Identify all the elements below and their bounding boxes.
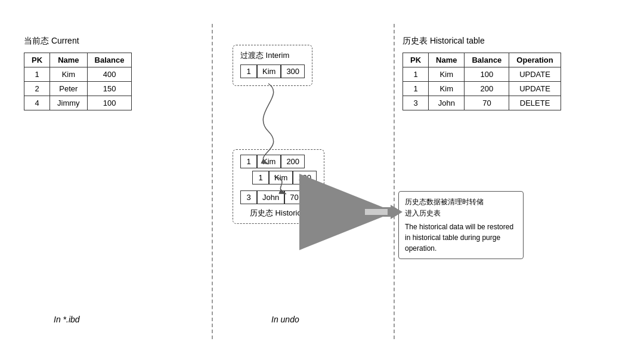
table-cell: 1	[403, 67, 429, 82]
note-chinese: 历史态数据被清理时转储进入历史表	[405, 196, 517, 219]
table-cell: 4	[24, 96, 50, 110]
table-row: 1Kim200UPDATE	[403, 82, 561, 96]
hist-col-pk: PK	[403, 53, 429, 67]
table-cell: Kim	[50, 67, 88, 82]
historical-undo-box: 1 Kim 200 1 Kim 100 3 John 70 历史态 Histor…	[233, 149, 324, 224]
table-cell: UPDATE	[509, 82, 561, 96]
table-cell: UPDATE	[509, 67, 561, 82]
table-row: 4Jimmy100	[24, 96, 132, 110]
undo-r1-name: Kim	[257, 155, 281, 168]
table-cell: Jimmy	[50, 96, 88, 110]
table-cell: 2	[24, 82, 50, 96]
interim-box: 过渡态 Interim 1 Kim 300	[233, 45, 312, 86]
table-cell: 1	[403, 82, 429, 96]
interim-container: 过渡态 Interim 1 Kim 300	[233, 45, 312, 90]
in-undo-label: In undo	[271, 315, 299, 324]
table-cell: Peter	[50, 82, 88, 96]
table-cell: 150	[87, 82, 132, 96]
undo-r1-pk: 1	[240, 155, 257, 168]
interim-title: 过渡态 Interim	[240, 50, 305, 61]
table-row: 1Kim100UPDATE	[403, 67, 561, 82]
col-pk: PK	[24, 53, 50, 67]
table-cell: 100	[465, 67, 509, 82]
col-balance: Balance	[87, 53, 132, 67]
undo-r2-balance: 100	[293, 171, 317, 184]
table-cell: 100	[87, 96, 132, 110]
interim-record: 1 Kim 300	[240, 64, 305, 78]
table-cell: 1	[24, 67, 50, 82]
interim-name: Kim	[257, 64, 281, 78]
undo-record-1: 1 Kim 200	[240, 155, 317, 168]
undo-nested: 1 Kim 100	[252, 171, 317, 184]
divider-left	[212, 24, 213, 339]
historical-table: PK Name Balance Operation 1Kim100UPDATE1…	[402, 53, 561, 110]
undo-record-2: 1 Kim 100	[252, 171, 317, 184]
table-cell: 3	[403, 96, 429, 110]
table-row: 1Kim400	[24, 67, 132, 82]
hist-col-operation: Operation	[509, 53, 561, 67]
table-cell: 200	[465, 82, 509, 96]
current-table: PK Name Balance 1Kim4002Peter1504Jimmy10…	[24, 53, 132, 110]
table-cell: DELETE	[509, 96, 561, 110]
undo-r3-balance: 70	[284, 190, 304, 204]
interim-pk: 1	[240, 64, 257, 78]
table-row: 3John70DELETE	[403, 96, 561, 110]
hist-col-name: Name	[429, 53, 465, 67]
table-cell: John	[429, 96, 465, 110]
divider-right	[394, 24, 395, 339]
historical-title: 历史表 Historical table	[402, 36, 561, 47]
table-cell: 400	[87, 67, 132, 82]
hist-col-balance: Balance	[465, 53, 509, 67]
historical-undo-title: 历史态 Historical	[240, 208, 317, 219]
undo-r2-pk: 1	[252, 171, 269, 184]
undo-r3-pk: 3	[240, 190, 257, 204]
note-box: 历史态数据被清理时转储进入历史表 The historical data wil…	[398, 191, 524, 259]
table-row: 2Peter150	[24, 82, 132, 96]
section-current: 当前态 Current PK Name Balance 1Kim4002Pete…	[24, 36, 132, 110]
table-cell: 70	[465, 96, 509, 110]
undo-r1-balance: 200	[281, 155, 305, 168]
note-english: The historical data will be restored in …	[405, 222, 517, 254]
main-container: 当前态 Current PK Name Balance 1Kim4002Pete…	[0, 0, 644, 363]
in-ibd-label: In *.ibd	[54, 315, 80, 324]
interim-balance: 300	[281, 64, 305, 78]
current-title: 当前态 Current	[24, 36, 132, 47]
undo-r2-name: Kim	[269, 171, 293, 184]
undo-r3-name: John	[257, 190, 284, 204]
section-historical: 历史表 Historical table PK Name Balance Ope…	[402, 36, 561, 110]
col-name: Name	[50, 53, 88, 67]
table-cell: Kim	[429, 67, 465, 82]
table-cell: Kim	[429, 82, 465, 96]
historical-undo-container: 1 Kim 200 1 Kim 100 3 John 70 历史态 Histor…	[233, 143, 324, 224]
undo-record-3: 3 John 70	[240, 190, 317, 204]
